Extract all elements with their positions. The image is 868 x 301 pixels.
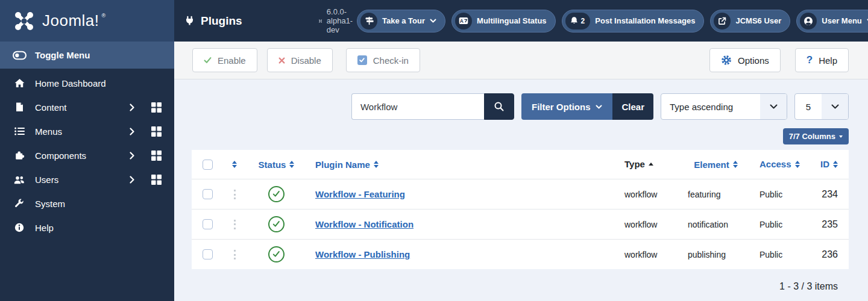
row-checkbox[interactable] (203, 219, 213, 229)
status-enabled-button[interactable] (268, 246, 285, 262)
drag-handle[interactable] (234, 190, 236, 199)
id-column-header[interactable]: ID (820, 159, 838, 169)
options-label: Options (738, 55, 769, 66)
take-a-tour-button[interactable]: Take a Tour (357, 10, 445, 33)
user-menu-label: User Menu (822, 16, 861, 25)
disable-button[interactable]: Disable (267, 48, 333, 72)
enable-button[interactable]: Enable (192, 48, 257, 72)
id-cell: 234 (808, 189, 849, 200)
multilingual-status-label: Multilingual Status (477, 16, 547, 25)
select-all-checkbox[interactable] (203, 160, 213, 170)
status-enabled-button[interactable] (268, 186, 285, 202)
columns-dropdown-button[interactable]: 7/7 Columns (783, 128, 849, 144)
options-button[interactable]: Options (709, 48, 781, 72)
site-user-button[interactable]: JCMS6 User (710, 10, 790, 33)
wrench-icon (13, 199, 26, 208)
sidebar-item-help[interactable]: Help (0, 216, 174, 240)
page-title: Plugins (201, 14, 242, 28)
status-column-header[interactable]: Status (259, 160, 295, 170)
drag-handle[interactable] (234, 250, 236, 259)
plugin-name-column-header[interactable]: Plugin Name (315, 160, 379, 170)
sidebar-item-label: Home Dashboard (35, 78, 163, 88)
x-icon (278, 57, 285, 64)
dashboard-grid-icon[interactable] (149, 175, 163, 185)
filter-options-group: Filter Options Clear (521, 93, 653, 120)
toggle-menu-button[interactable]: Toggle Menu (0, 42, 174, 69)
sidebar-item-components[interactable]: Components (0, 143, 174, 167)
sort-icon (833, 161, 838, 168)
element-column-header[interactable]: Element (694, 160, 737, 170)
search-button[interactable] (484, 93, 514, 120)
filter-options-label: Filter Options (532, 102, 591, 112)
user-menu-button[interactable]: User Menu (796, 10, 868, 33)
check-in-button[interactable]: Check-in (346, 48, 420, 72)
home-icon (13, 78, 26, 88)
sidebar-item-label: Components (35, 150, 115, 161)
logo-text: Joomla! (42, 11, 99, 30)
row-checkbox[interactable] (203, 189, 213, 199)
joomla-logo[interactable]: Joomla! ® (0, 0, 174, 42)
language-icon: A (455, 13, 472, 29)
sort-ascending-icon (649, 163, 653, 166)
sidebar-item-content[interactable]: Content (0, 95, 174, 119)
page-title-wrap: Plugins (184, 14, 242, 28)
info-circle-icon (13, 223, 26, 232)
chevron-right-icon[interactable] (124, 176, 140, 184)
type-column-header-active-sort[interactable]: Type (624, 159, 653, 169)
access-cell: Public (753, 220, 808, 229)
sidebar-item-menus[interactable]: Menus (0, 119, 174, 143)
toggle-menu-label: Toggle Menu (35, 50, 90, 60)
sort-icon (289, 161, 294, 168)
search-input[interactable] (351, 93, 484, 120)
sidebar: Toggle Menu Home Dashboard (0, 42, 174, 301)
content-area: Filter Options Clear Type ascending (174, 79, 868, 301)
type-cell: workflow (615, 220, 678, 229)
clear-label: Clear (621, 102, 644, 112)
type-cell: workflow (615, 190, 678, 199)
sort-order-value: Type ascending (661, 94, 760, 119)
disable-label: Disable (291, 55, 321, 66)
chevron-right-icon[interactable] (124, 104, 140, 111)
chevron-down-icon (430, 19, 436, 23)
id-cell: 236 (808, 249, 849, 260)
plugin-name-link[interactable]: Workflow - Publishing (315, 249, 410, 259)
sort-order-select[interactable]: Type ascending (661, 93, 787, 120)
chevron-right-icon[interactable] (124, 152, 140, 160)
multilingual-status-button[interactable]: A Multilingual Status (451, 10, 556, 33)
filter-bar: Filter Options Clear Type ascending (192, 93, 849, 120)
plugin-name-link[interactable]: Workflow - Featuring (315, 189, 405, 199)
chevron-right-icon[interactable] (124, 128, 140, 135)
help-button[interactable]: ? Help (795, 48, 849, 72)
sort-icon (733, 161, 738, 168)
external-link-icon (714, 13, 731, 29)
site-user-label: JCMS6 User (735, 16, 781, 25)
version-badge: 6.0.0-alpha1-dev (318, 7, 357, 34)
plugin-name-link[interactable]: Workflow - Notification (315, 219, 414, 229)
caret-down-icon (839, 135, 843, 138)
ordering-sort-header[interactable] (232, 161, 237, 168)
page-size-select[interactable]: 5 (794, 93, 849, 120)
check-icon (272, 221, 280, 228)
sidebar-item-home-dashboard[interactable]: Home Dashboard (0, 71, 174, 95)
dashboard-grid-icon[interactable] (149, 102, 163, 113)
bell-icon: 2 (565, 13, 591, 29)
dashboard-grid-icon[interactable] (149, 126, 163, 137)
header-main: Plugins 6.0.0-alpha1-dev (174, 0, 868, 42)
sidebar-item-system[interactable]: System (0, 191, 174, 216)
drag-handle[interactable] (234, 220, 236, 229)
id-cell: 235 (808, 219, 849, 230)
sidebar-item-label: System (35, 199, 163, 209)
top-header: Joomla! ® Plugins 6.0.0-alpha1 (0, 0, 868, 42)
clear-button[interactable]: Clear (612, 93, 653, 120)
post-installation-messages-button[interactable]: 2 Post Installation Messages (562, 10, 705, 33)
status-enabled-button[interactable] (268, 216, 285, 232)
table-row: Workflow - Publishing workflow publishin… (192, 239, 849, 269)
check-icon (204, 57, 212, 64)
dashboard-grid-icon[interactable] (149, 150, 163, 161)
sidebar-item-label: Help (35, 223, 163, 233)
type-cell: workflow (615, 250, 678, 259)
row-checkbox[interactable] (203, 249, 213, 259)
filter-options-button[interactable]: Filter Options (521, 93, 613, 120)
sidebar-item-users[interactable]: Users (0, 167, 174, 191)
access-column-header[interactable]: Access (760, 159, 800, 169)
